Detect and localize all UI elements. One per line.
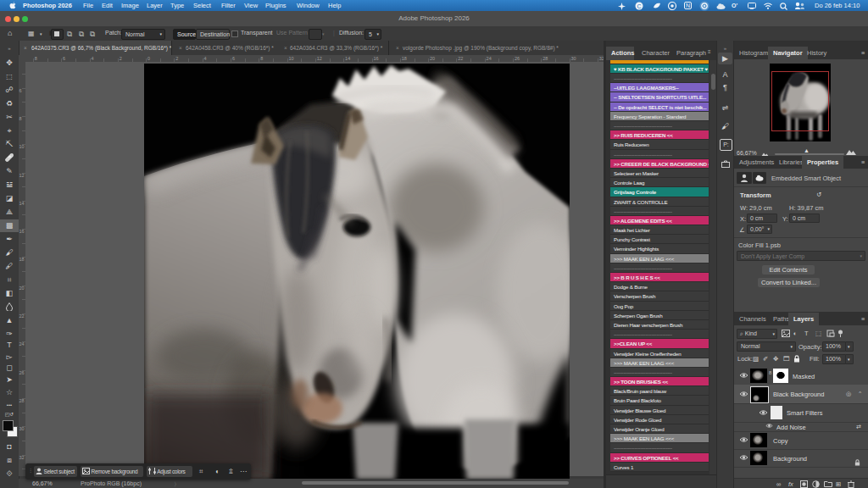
svg-text:C: C — [637, 3, 641, 9]
svg-text:N: N — [686, 3, 690, 8]
